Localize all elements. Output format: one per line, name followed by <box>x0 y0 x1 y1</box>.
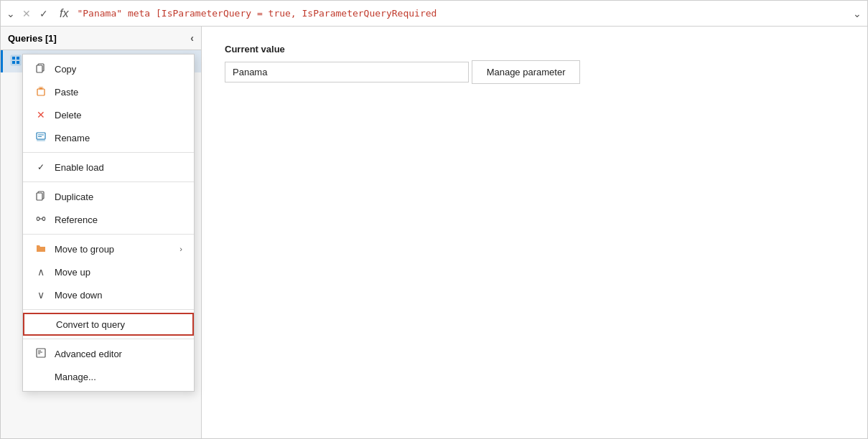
duplicate-label: Duplicate <box>55 192 182 202</box>
formula-bar: ⌄ ✕ ✓ fx "Panama" meta [IsParameterQuery… <box>1 1 867 27</box>
menu-item-reference[interactable]: Reference <box>23 208 194 231</box>
delete-icon: ✕ <box>34 109 47 121</box>
menu-item-move-to-group[interactable]: Move to group › <box>23 237 194 260</box>
formula-bar-chevron[interactable]: ⌄ <box>6 8 15 19</box>
svg-rect-17 <box>37 349 45 357</box>
paste-label: Paste <box>55 87 182 98</box>
svg-rect-2 <box>17 57 19 60</box>
move-up-label: Move up <box>55 267 182 278</box>
separator-4 <box>23 309 194 310</box>
enable-load-checkmark: ✓ <box>34 162 47 172</box>
main-area: Queries [1] ‹ CountryName (Panama) <box>1 27 867 438</box>
separator-3 <box>23 234 194 235</box>
menu-item-move-up[interactable]: ∧ Move up <box>23 260 194 283</box>
current-value-input[interactable] <box>225 62 469 82</box>
manage-parameter-button[interactable]: Manage parameter <box>472 60 581 84</box>
formula-bar-actions: ✕ ✓ <box>19 6 51 21</box>
formula-confirm-icon[interactable]: ✓ <box>37 6 51 21</box>
menu-item-advanced-editor[interactable]: Advanced editor <box>23 342 194 365</box>
svg-rect-1 <box>12 57 15 60</box>
current-value-label: Current value <box>225 44 844 55</box>
context-menu: Copy Paste ✕ Delete <box>22 54 195 392</box>
query-item-icon <box>10 55 22 68</box>
menu-item-paste[interactable]: Paste <box>23 80 194 103</box>
formula-fx-label: fx <box>55 7 73 20</box>
svg-rect-3 <box>12 61 15 64</box>
formula-text: "Panama" meta [IsParameterQuery = true, … <box>77 8 849 19</box>
menu-item-enable-load[interactable]: ✓ Enable load <box>23 156 194 179</box>
svg-rect-6 <box>37 65 42 72</box>
separator-5 <box>23 339 194 339</box>
sidebar-title: Queries [1] <box>8 33 57 44</box>
rename-icon <box>34 132 47 144</box>
enable-load-label: Enable load <box>55 162 182 173</box>
move-to-group-arrow: › <box>179 245 182 253</box>
copy-icon <box>34 63 47 75</box>
move-up-icon: ∧ <box>34 266 47 278</box>
delete-label: Delete <box>55 110 182 121</box>
menu-item-convert-to-query[interactable]: Convert to query <box>23 313 194 336</box>
move-down-icon: ∨ <box>34 289 47 301</box>
menu-item-manage[interactable]: Manage... <box>23 365 194 388</box>
menu-item-copy[interactable]: Copy <box>23 57 194 80</box>
advanced-editor-label: Advanced editor <box>55 349 182 359</box>
formula-cancel-icon[interactable]: ✕ <box>19 6 34 21</box>
menu-item-move-down[interactable]: ∨ Move down <box>23 283 194 306</box>
svg-rect-15 <box>37 193 42 200</box>
svg-rect-10 <box>37 133 45 139</box>
reference-icon <box>34 214 47 226</box>
paste-icon <box>34 86 47 98</box>
copy-label: Copy <box>55 64 182 75</box>
rename-label: Rename <box>55 133 182 143</box>
content-area: Current value Manage parameter <box>202 27 867 438</box>
sidebar-header: Queries [1] ‹ <box>1 27 201 50</box>
manage-label: Manage... <box>55 372 182 382</box>
svg-rect-4 <box>17 61 19 64</box>
duplicate-icon <box>34 191 47 203</box>
sidebar-collapse-button[interactable]: ‹ <box>190 32 194 44</box>
menu-item-rename[interactable]: Rename <box>23 126 194 149</box>
formula-expand-icon[interactable]: ⌄ <box>853 8 862 19</box>
separator-1 <box>23 152 194 153</box>
move-to-group-label: Move to group <box>55 244 172 255</box>
move-down-label: Move down <box>55 290 182 301</box>
sidebar: Queries [1] ‹ CountryName (Panama) <box>1 27 202 438</box>
svg-rect-9 <box>39 88 42 89</box>
menu-item-delete[interactable]: ✕ Delete <box>23 103 194 126</box>
separator-2 <box>23 181 194 182</box>
menu-item-duplicate[interactable]: Duplicate <box>23 185 194 208</box>
svg-rect-11 <box>37 139 45 141</box>
convert-to-query-label: Convert to query <box>56 319 181 330</box>
reference-label: Reference <box>55 214 182 225</box>
folder-icon <box>34 243 47 255</box>
advanced-editor-icon <box>34 348 47 360</box>
